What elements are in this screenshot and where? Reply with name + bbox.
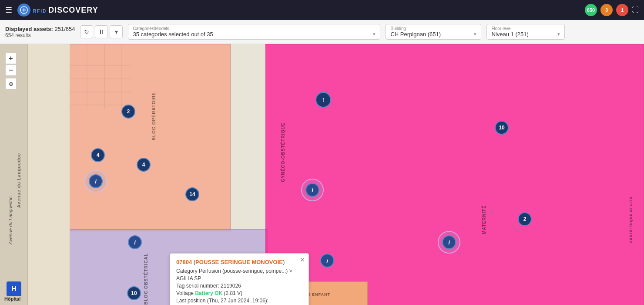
map-container[interactable]: + − ⊕ BLOC OPÉRATOIRE BLOC OBSTÉTRICAL G… bbox=[0, 44, 644, 305]
logo-area: RFID DISCOVERY bbox=[17, 3, 98, 17]
menu-icon[interactable]: ☰ bbox=[5, 5, 12, 15]
marker-m15[interactable]: ↑ bbox=[315, 92, 331, 108]
badge-red[interactable]: 1 bbox=[616, 4, 628, 16]
marker-m1[interactable]: 2 bbox=[121, 105, 135, 119]
popup-manufacturer: AGILIA SP bbox=[176, 275, 302, 281]
categories-value-row: 35 categories selected out of 35 ▾ bbox=[133, 31, 376, 37]
marker-m18[interactable]: i bbox=[442, 235, 456, 249]
categories-dropdown[interactable]: Categories/Models 35 categories selected… bbox=[128, 24, 380, 40]
badge-green[interactable]: 650 bbox=[585, 4, 597, 16]
marker-m14[interactable]: i bbox=[305, 183, 319, 197]
popup-name: POUSSE SERINGUE MONOVOIE bbox=[195, 259, 283, 265]
logo-rfid: RFID bbox=[33, 9, 47, 14]
marker-m17[interactable]: 2 bbox=[518, 212, 532, 226]
marker-m16[interactable]: 10 bbox=[495, 121, 509, 135]
hospital-icon: H bbox=[7, 281, 21, 296]
popup-id: 07804 bbox=[176, 259, 192, 265]
logo-text-group: RFID DISCOVERY bbox=[33, 6, 98, 15]
zoom-in-button[interactable]: + bbox=[5, 53, 17, 64]
categories-label: Categories/Models bbox=[133, 26, 376, 31]
marker-m2[interactable]: 4 bbox=[91, 148, 105, 162]
logo-icon bbox=[17, 3, 30, 17]
marker-m4[interactable]: i bbox=[89, 174, 103, 188]
building-value: CH Perpignan (651) bbox=[390, 31, 441, 37]
fullscreen-button[interactable]: ⛶ bbox=[632, 6, 639, 14]
marker-m5[interactable]: 14 bbox=[185, 187, 199, 201]
displayed-assets-label: Displayed assets: 251/654 bbox=[5, 26, 75, 32]
floor-chevron: ▾ bbox=[557, 31, 560, 37]
categories-chevron: ▾ bbox=[373, 31, 376, 37]
zone-maternite bbox=[265, 44, 644, 305]
popup-tag: Tag serial number: 2119026 bbox=[176, 283, 302, 289]
floor-label: Floor level bbox=[491, 26, 560, 31]
expand-button[interactable]: ▾ bbox=[110, 25, 123, 38]
popup-voltage: Voltage Battery OK (2.81 V) bbox=[176, 290, 302, 296]
marker-m13[interactable]: i bbox=[320, 254, 334, 268]
battery-status: Battery OK bbox=[195, 290, 222, 296]
popup-close-button[interactable]: ✕ bbox=[300, 256, 305, 263]
marker-m6[interactable]: i bbox=[128, 235, 142, 249]
refresh-button[interactable]: ↻ bbox=[80, 25, 93, 38]
asset-info: Displayed assets: 251/654 654 results bbox=[5, 26, 75, 38]
results-count: 654 results bbox=[5, 32, 75, 38]
floor-value-row: Niveau 1 (251) ▾ bbox=[491, 31, 560, 37]
toolbar: Displayed assets: 251/654 654 results ↻ … bbox=[0, 20, 644, 44]
marker-m7[interactable]: 10 bbox=[127, 286, 141, 300]
categories-value: 35 categories selected out of 35 bbox=[133, 31, 213, 37]
pause-button[interactable]: ⏸ bbox=[95, 25, 108, 38]
locate-button[interactable]: ⊕ bbox=[5, 78, 17, 89]
floor-dropdown[interactable]: Floor level Niveau 1 (251) ▾ bbox=[486, 24, 565, 40]
toolbar-controls: ↻ ⏸ ▾ bbox=[80, 25, 123, 38]
building-value-row: CH Perpignan (651) ▾ bbox=[390, 31, 476, 37]
building-chevron: ▾ bbox=[474, 31, 476, 37]
building-dropdown[interactable]: Building CH Perpignan (651) ▾ bbox=[386, 24, 481, 40]
hospital-label: Hôpital bbox=[4, 296, 20, 302]
marker-m3[interactable]: 4 bbox=[137, 158, 151, 172]
popup-title: 07804 (POUSSE SERINGUE MONOVOIE) bbox=[176, 259, 302, 265]
badge-orange[interactable]: 3 bbox=[600, 4, 613, 16]
header-right: 650 3 1 ⛶ bbox=[585, 4, 639, 16]
zoom-out-button[interactable]: − bbox=[5, 64, 17, 76]
app-header: ☰ RFID DISCOVERY 650 3 1 ⛶ bbox=[0, 0, 644, 20]
building-label: Building bbox=[390, 26, 476, 31]
logo-discovery: DISCOVERY bbox=[48, 6, 98, 15]
zone-bloc-operatoire bbox=[67, 44, 231, 231]
popup-last-position-label: Last position (Thu, 27 Jun 2024, 19:06): bbox=[176, 298, 302, 304]
asset-popup: ✕ 07804 (POUSSE SERINGUE MONOVOIE) Categ… bbox=[170, 253, 309, 305]
floor-value: Niveau 1 (251) bbox=[491, 31, 528, 37]
zoom-controls: + − ⊕ bbox=[5, 53, 17, 89]
popup-category: Category Perfusion (pousse-seringue, pom… bbox=[176, 268, 302, 274]
